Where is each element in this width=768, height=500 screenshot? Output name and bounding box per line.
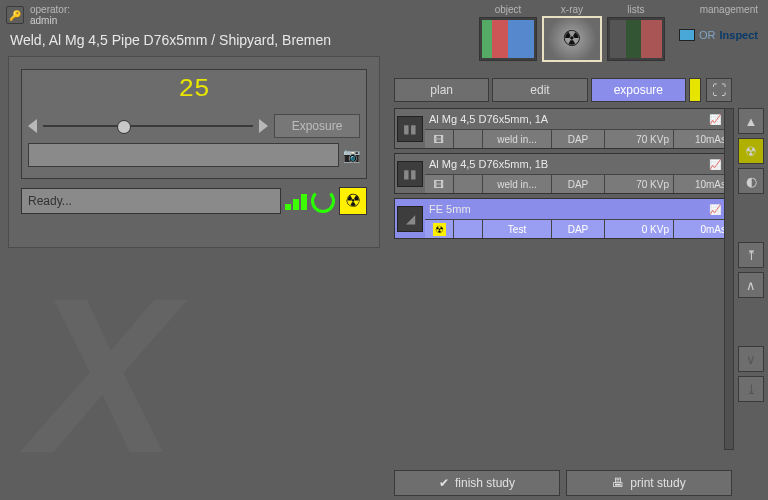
key-icon: 🔑 bbox=[6, 6, 24, 24]
list-item[interactable]: ▮▮Al Mg 4,5 D76x5mm, 1A📈🎞weld in...DAP70… bbox=[394, 108, 732, 149]
item-kvp: 0 KVp bbox=[605, 220, 674, 238]
check-icon: ✔ bbox=[439, 476, 449, 490]
item-mas: 0mAs bbox=[674, 220, 731, 238]
right-panel: plan edit exposure ⛶ ▮▮Al Mg 4,5 D76x5mm… bbox=[394, 78, 732, 464]
item-kvp: 70 KVp bbox=[605, 175, 674, 193]
scrollbar[interactable] bbox=[724, 108, 734, 450]
tab-indicator bbox=[689, 78, 701, 102]
operator-label: operator: bbox=[30, 4, 70, 15]
item-icon: 🎞 bbox=[425, 130, 454, 148]
brand-logo: ORInspect bbox=[679, 29, 758, 41]
item-kvp: 70 KVp bbox=[605, 130, 674, 148]
exposure-button[interactable]: Exposure bbox=[274, 114, 360, 138]
nav-management[interactable]: management bbox=[700, 4, 758, 15]
print-study-button[interactable]: 🖶print study bbox=[566, 470, 732, 496]
item-icon: ☢ bbox=[425, 220, 454, 238]
rail-move-up[interactable]: ∧ bbox=[738, 272, 764, 298]
item-name: weld in... bbox=[483, 175, 552, 193]
exposure-input[interactable] bbox=[28, 143, 339, 167]
exposure-display: 25 Exposure 📷 bbox=[21, 69, 367, 179]
nav-lists[interactable]: lists bbox=[607, 4, 665, 61]
operator-name: admin bbox=[30, 15, 70, 26]
radiation-icon: ☢ bbox=[544, 18, 600, 60]
rail-radiation-button[interactable]: ☢ bbox=[738, 138, 764, 164]
nav-object[interactable]: object bbox=[479, 4, 537, 61]
print-icon: 🖶 bbox=[612, 476, 624, 490]
study-title: Weld, Al Mg 4,5 Pipe D76x5mm / Shipyard,… bbox=[10, 32, 331, 48]
exposure-value: 25 bbox=[22, 74, 366, 104]
list-item[interactable]: ▮▮Al Mg 4,5 D76x5mm, 1B📈🎞weld in...DAP70… bbox=[394, 153, 732, 194]
item-name: Test bbox=[483, 220, 552, 238]
operator-block: 🔑 operator: admin bbox=[6, 4, 70, 26]
item-name: weld in... bbox=[483, 130, 552, 148]
item-dap: DAP bbox=[552, 175, 605, 193]
tab-plan[interactable]: plan bbox=[394, 78, 489, 102]
item-mas: 10mAs bbox=[674, 175, 731, 193]
finish-study-button[interactable]: ✔finish study bbox=[394, 470, 560, 496]
radiation-indicator: ☢ bbox=[339, 187, 367, 215]
item-dap: DAP bbox=[552, 130, 605, 148]
top-nav: object x-ray ☢ lists management ORInspec… bbox=[479, 4, 762, 61]
fullscreen-button[interactable]: ⛶ bbox=[706, 78, 732, 102]
status-field: Ready... bbox=[21, 188, 281, 214]
signal-icon bbox=[285, 192, 307, 210]
slider-decrease[interactable] bbox=[28, 119, 37, 133]
nav-xray[interactable]: x-ray ☢ bbox=[543, 4, 601, 61]
tab-edit[interactable]: edit bbox=[492, 78, 587, 102]
item-title: FE 5mm📈 bbox=[425, 199, 731, 219]
tab-exposure[interactable]: exposure bbox=[591, 78, 686, 102]
item-mas: 10mAs bbox=[674, 130, 731, 148]
slider-increase[interactable] bbox=[259, 119, 268, 133]
item-title: Al Mg 4,5 D76x5mm, 1A📈 bbox=[425, 109, 731, 129]
rail-up-arrow[interactable]: ▲ bbox=[738, 108, 764, 134]
exposure-list: ▮▮Al Mg 4,5 D76x5mm, 1A📈🎞weld in...DAP70… bbox=[394, 108, 732, 464]
rail-tool-button[interactable]: ◐ bbox=[738, 168, 764, 194]
item-dap: DAP bbox=[552, 220, 605, 238]
marker-icon: 📷 bbox=[343, 147, 360, 163]
item-thumb-icon: ▮▮ bbox=[397, 161, 423, 187]
item-icon: 🎞 bbox=[425, 175, 454, 193]
rail-move-bottom[interactable]: ⤓ bbox=[738, 376, 764, 402]
item-title: Al Mg 4,5 D76x5mm, 1B📈 bbox=[425, 154, 731, 174]
item-thumb-icon: ▮▮ bbox=[397, 116, 423, 142]
rail-move-top[interactable]: ⤒ bbox=[738, 242, 764, 268]
spinner-icon bbox=[311, 189, 335, 213]
brand-icon bbox=[679, 29, 695, 41]
item-thumb-icon: ◢ bbox=[397, 206, 423, 232]
rail-move-down[interactable]: ∨ bbox=[738, 346, 764, 372]
side-rail: ▲ ☢ ◐ ⤒ ∧ ∨ ⤓ bbox=[738, 108, 762, 402]
exposure-panel: 25 Exposure 📷 Ready... ☢ bbox=[8, 56, 380, 248]
list-item[interactable]: ◢FE 5mm📈☢TestDAP0 KVp0mAs bbox=[394, 198, 732, 239]
exposure-slider[interactable] bbox=[43, 125, 253, 127]
